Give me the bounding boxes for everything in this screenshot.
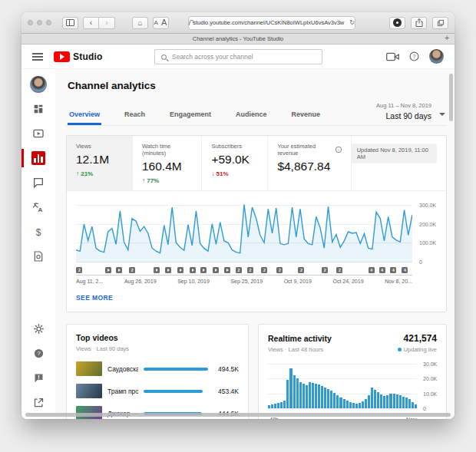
reload-icon[interactable]: ↻ xyxy=(349,19,355,26)
sidebar-item-classic-studio[interactable] xyxy=(21,390,55,414)
realtime-bar xyxy=(362,401,364,408)
svg-text:$: $ xyxy=(36,227,41,238)
sidebar-item-settings[interactable] xyxy=(21,316,55,341)
top-video-row[interactable]: Трамп против ...453.4K xyxy=(67,380,248,402)
sidebar-item-channel-avatar[interactable] xyxy=(21,72,55,97)
minimize-button[interactable] xyxy=(37,20,42,25)
share-button[interactable] xyxy=(411,17,427,29)
video-marker[interactable]: 2 xyxy=(129,267,135,273)
realtime-bar xyxy=(368,395,370,408)
realtime-bar-chart[interactable] xyxy=(268,361,417,414)
vertical-scrollbar[interactable] xyxy=(449,74,453,121)
video-marker[interactable] xyxy=(213,267,219,273)
video-marker[interactable] xyxy=(177,267,183,273)
views-line-chart[interactable] xyxy=(76,202,412,265)
address-bar[interactable]: studio.youtube.com/channel/UCsKiN8oIWLpI… xyxy=(188,16,355,30)
font-size-buttons[interactable]: A A xyxy=(153,17,169,29)
sidebar-item-feedback[interactable] xyxy=(21,365,55,390)
x-tick-label: Sep 10, 2019 xyxy=(177,279,210,284)
video-marker[interactable]: 2 xyxy=(236,267,242,273)
sidebar-item-videos[interactable] xyxy=(21,121,55,146)
video-marker[interactable] xyxy=(105,267,111,273)
sidebar-item-monetization[interactable]: $ xyxy=(21,219,55,244)
font-smaller-button[interactable]: A xyxy=(154,20,159,26)
video-marker[interactable]: 2 xyxy=(247,267,253,273)
sidebar-item-copyright[interactable] xyxy=(21,244,55,269)
monetization-icon: $ xyxy=(32,226,45,238)
y-tick-label: 100.0K xyxy=(419,240,436,246)
video-marker[interactable]: 4 xyxy=(402,267,408,273)
metric-value: 160.4M xyxy=(142,160,192,173)
back-button[interactable]: ‹ xyxy=(83,17,99,29)
video-marker[interactable] xyxy=(200,267,207,273)
sidebar-item-analytics[interactable] xyxy=(21,146,55,170)
video-marker[interactable] xyxy=(116,267,122,273)
video-thumbnail xyxy=(76,384,102,398)
live-dot-icon xyxy=(398,348,402,351)
video-marker[interactable]: 2 xyxy=(276,267,283,273)
tab-audience[interactable]: Audience xyxy=(234,107,269,125)
help-icon[interactable]: ? xyxy=(409,51,419,61)
search-input[interactable] xyxy=(172,53,316,61)
sidebar-item-dashboard[interactable] xyxy=(21,97,55,121)
realtime-bar xyxy=(352,403,355,408)
views-bar xyxy=(144,368,208,371)
views-bar xyxy=(144,390,203,393)
metric-watch-time-minutes[interactable]: Watch time (minutes)160.4M↑ 77% xyxy=(133,136,202,190)
account-avatar[interactable] xyxy=(429,49,444,64)
video-marker[interactable]: 2 xyxy=(76,267,82,273)
browser-window: ‹ › ⌂ A A studio.youtube.com/channel/UCs… xyxy=(21,12,455,419)
video-marker[interactable]: 2 xyxy=(336,267,342,273)
channel-search[interactable] xyxy=(154,49,322,64)
video-marker[interactable]: 4 xyxy=(379,267,385,273)
sidebar-item-comments[interactable] xyxy=(21,170,55,195)
video-marker[interactable]: 2 xyxy=(261,267,267,273)
browser-tab-bar: Channel analytics - YouTube Studio + xyxy=(21,34,455,45)
video-marker[interactable]: 2 xyxy=(322,267,328,273)
video-marker[interactable]: 2 xyxy=(298,267,304,273)
realtime-y-labels: 30.0K20.0K10.0K0 xyxy=(417,361,446,419)
realtime-bar xyxy=(318,384,320,408)
create-video-icon[interactable] xyxy=(386,52,399,61)
horizontal-scrollbar[interactable] xyxy=(25,413,451,417)
top-video-row[interactable]: Саудовская А...494.5K xyxy=(67,358,248,380)
video-marker[interactable] xyxy=(154,267,160,273)
see-more-link[interactable]: SEE MORE xyxy=(67,284,446,312)
tabs-overview-button[interactable] xyxy=(432,17,448,29)
video-marker[interactable] xyxy=(165,267,171,273)
sidebar-item-subtitles[interactable]: A xyxy=(21,195,55,219)
realtime-chart: -48hNow 30.0K20.0K10.0K0 xyxy=(259,361,446,419)
metric-delta: ↓ 51% xyxy=(211,170,258,177)
youtube-studio-logo[interactable]: Studio xyxy=(54,51,103,62)
menu-icon[interactable] xyxy=(32,53,43,61)
new-tab-button[interactable]: + xyxy=(445,34,449,42)
video-marker[interactable] xyxy=(190,267,196,273)
sidebar-toggle-button[interactable] xyxy=(62,17,78,29)
metric-value: 12.1M xyxy=(76,153,123,167)
home-button[interactable]: ⌂ xyxy=(132,17,148,29)
extension-button[interactable] xyxy=(389,17,405,29)
browser-tab-title[interactable]: Channel analytics - YouTube Studio xyxy=(193,35,284,42)
tab-reach[interactable]: Reach xyxy=(123,107,147,125)
tab-overview[interactable]: Overview xyxy=(68,107,101,125)
date-range-picker[interactable]: Aug 11 – Nov 8, 2019 Last 90 days xyxy=(376,102,447,125)
video-marker[interactable]: 4 xyxy=(390,267,396,273)
tab-engagement[interactable]: Engagement xyxy=(168,107,213,125)
forward-button[interactable]: › xyxy=(99,17,115,29)
metric-subscribers[interactable]: Subscribers+59.0K↓ 51% xyxy=(202,136,268,190)
metric-value: $4,867.84 xyxy=(277,160,341,173)
metric-views[interactable]: Views12.1M↑ 21% xyxy=(67,136,133,190)
zoom-button[interactable] xyxy=(46,20,51,25)
main-content: Channel analytics OverviewReachEngagemen… xyxy=(55,69,455,419)
url-text: studio.youtube.com/channel/UCsKiN8oIWLpI… xyxy=(193,19,344,26)
font-larger-button[interactable]: A xyxy=(161,18,167,27)
y-tick-label: 300.0K xyxy=(419,203,436,208)
comments-icon xyxy=(32,177,45,189)
video-marker[interactable]: 4 xyxy=(369,267,375,273)
sidebar-item-help[interactable]: ? xyxy=(21,341,55,365)
metric-your-estimated-revenue[interactable]: Your estimated revenuei$4,867.84 xyxy=(268,136,351,190)
realtime-title: Realtime activity xyxy=(268,334,332,343)
close-button[interactable] xyxy=(28,20,33,25)
video-marker[interactable] xyxy=(224,267,230,273)
tab-revenue[interactable]: Revenue xyxy=(290,107,322,125)
